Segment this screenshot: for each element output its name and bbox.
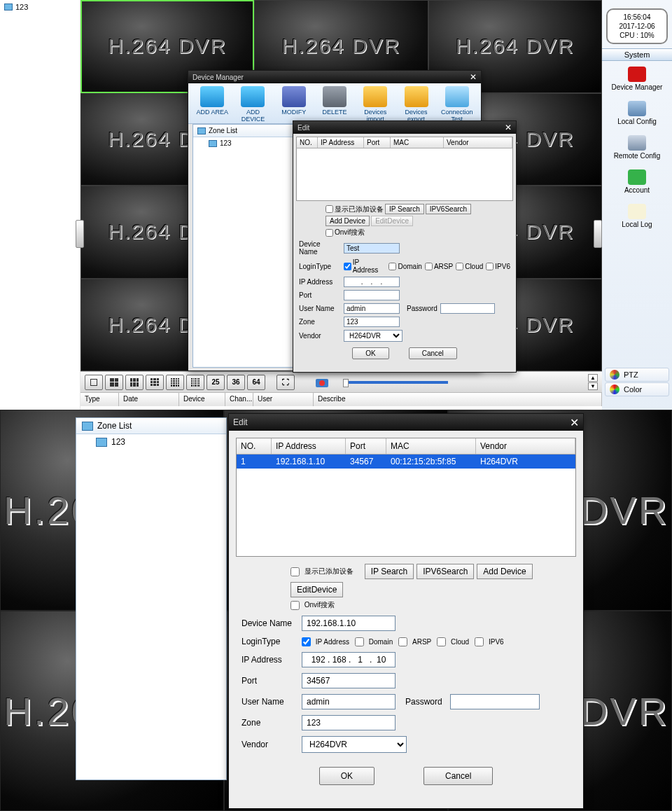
- toolbar-icon: [363, 86, 387, 107]
- sysbar-label: Account: [602, 186, 672, 194]
- sysbar-local-config[interactable]: Local Config: [602, 95, 672, 130]
- system-header: System: [602, 48, 672, 61]
- sysbar-remote-config[interactable]: Remote Config: [602, 130, 672, 164]
- password-input[interactable]: [440, 303, 495, 314]
- zone-input-2[interactable]: [302, 715, 396, 730]
- ip-search-button-2[interactable]: IP Search: [365, 564, 414, 579]
- folder-icon: [4, 4, 13, 11]
- vendor-select[interactable]: H264DVR: [344, 330, 402, 342]
- scroll-down[interactable]: ▼: [588, 382, 598, 390]
- user-input[interactable]: [344, 303, 400, 314]
- sysbar-account[interactable]: Account: [602, 164, 672, 198]
- devmgr-add-device[interactable]: ADD DEVICE: [234, 86, 271, 122]
- ltype-ip-2[interactable]: IP Address: [302, 637, 349, 646]
- ipv6-search-button-2[interactable]: IPV6Search: [416, 564, 474, 579]
- ip-input-2[interactable]: [302, 652, 396, 667]
- edit-window-small: Edit ✕ NO. IP Address Port MAC Vendor 显示…: [293, 120, 517, 373]
- devmgr-devices-export[interactable]: Devices export: [398, 86, 434, 122]
- onvif-check-2[interactable]: Onvif搜索: [290, 600, 335, 610]
- zone-item-2[interactable]: 123: [76, 434, 226, 450]
- ltype-cloud-2[interactable]: Cloud: [437, 637, 469, 646]
- layout-20[interactable]: [186, 375, 204, 390]
- ip-input[interactable]: [344, 277, 400, 287]
- edit2-device-list[interactable]: NO. IP Address Port MAC Vendor 1 192.168…: [236, 438, 576, 557]
- ltype-ipv6-2[interactable]: IPV6: [475, 637, 503, 646]
- watermark: H.264 DVR: [456, 34, 575, 58]
- devmgr-close-icon[interactable]: ✕: [470, 72, 477, 82]
- port-input-2[interactable]: [302, 673, 396, 688]
- ltype-cloud[interactable]: Cloud: [456, 263, 483, 270]
- right-expand-handle[interactable]: [594, 220, 602, 248]
- ltype-ip[interactable]: IP Address: [344, 258, 386, 274]
- devmgr-add-area[interactable]: ADD AREA: [194, 86, 230, 122]
- devmgr-modify[interactable]: MODIFY: [276, 86, 312, 122]
- sysbar-icon: [628, 101, 646, 116]
- ltype-domain[interactable]: Domain: [388, 263, 421, 270]
- layout-9[interactable]: [146, 375, 164, 390]
- add-device-button[interactable]: Add Device: [326, 216, 370, 226]
- sysbar-local-log[interactable]: Local Log: [602, 198, 672, 233]
- ipv6-search-button[interactable]: IPV6Search: [426, 204, 471, 214]
- toolbar-label: ADD DEVICE: [234, 109, 271, 123]
- password-input-2[interactable]: [450, 694, 540, 709]
- clock-box: 16:56:04 2017-12-06 CPU : 10%: [606, 8, 668, 44]
- folder-icon: [197, 127, 206, 134]
- edit2-titlebar[interactable]: Edit ✕: [229, 414, 583, 431]
- zoom-slider[interactable]: [343, 381, 448, 384]
- devmgr-toolbar: ADD AREAADD DEVICEMODIFYDELETEDevices im…: [188, 83, 481, 124]
- toolbar-icon: [445, 86, 469, 107]
- onvif-check[interactable]: Onvif搜索: [326, 228, 365, 237]
- snapshot-icon[interactable]: [312, 375, 332, 390]
- panel-label: Color: [624, 385, 642, 394]
- add-device-button-2[interactable]: Add Device: [477, 564, 532, 579]
- device-name-input[interactable]: [344, 243, 400, 254]
- devmgr-titlebar[interactable]: Device Manager ✕: [188, 71, 481, 83]
- ltype-ipv6[interactable]: IPV6: [486, 263, 510, 270]
- device-row-selected[interactable]: 1 192.168.1.10 34567 00:12:15:2b:5f:85 H…: [237, 455, 575, 469]
- left-expand-handle[interactable]: [76, 220, 84, 248]
- layout-6[interactable]: [125, 375, 144, 390]
- tree-item-label: 123: [15, 3, 28, 11]
- scroll-up[interactable]: ▲: [588, 374, 598, 382]
- layout-1[interactable]: [85, 375, 103, 390]
- cancel-button[interactable]: Cancel: [409, 347, 457, 359]
- devmgr-delete[interactable]: DELETE: [316, 86, 353, 122]
- ip-search-button[interactable]: IP Search: [385, 204, 424, 214]
- show-added-check[interactable]: 显示已添加设备: [326, 205, 384, 214]
- side-panel-ptz[interactable]: PTZ: [605, 368, 669, 382]
- device-name-input-2[interactable]: [302, 616, 396, 631]
- edit1-close-icon[interactable]: ✕: [505, 123, 512, 132]
- devmgr-devices-import[interactable]: Devices import: [357, 86, 393, 122]
- edit-device-button: EditDevice: [371, 216, 413, 226]
- vendor-select-2[interactable]: H264DVR: [302, 736, 407, 753]
- layout-36[interactable]: 36: [227, 375, 245, 390]
- tree-item[interactable]: 123: [0, 0, 80, 14]
- ltype-domain-2[interactable]: Domain: [355, 637, 393, 646]
- panel-icon: [610, 370, 620, 380]
- layout-64[interactable]: 64: [247, 375, 265, 390]
- layout-16[interactable]: [166, 375, 184, 390]
- ok-button-2[interactable]: OK: [319, 767, 374, 785]
- show-added-check-2[interactable]: 显示已添加设备: [290, 567, 354, 576]
- zone-input[interactable]: [344, 317, 400, 327]
- layout-4[interactable]: [105, 375, 123, 390]
- ok-button[interactable]: OK: [352, 347, 388, 359]
- edit-device-button-2[interactable]: EditDevice: [290, 582, 343, 597]
- fullscreen-button[interactable]: ⛶: [276, 375, 295, 390]
- edit1-titlebar[interactable]: Edit ✕: [293, 121, 516, 134]
- devmgr-connection-test[interactable]: Connection Test: [439, 86, 475, 122]
- ltype-arsp-2[interactable]: ARSP: [398, 637, 431, 646]
- svg-point-1: [319, 380, 325, 386]
- watermark: H.264 DVR: [108, 34, 227, 58]
- sysbar-device-manager[interactable]: Device Manager: [602, 61, 672, 95]
- cancel-button-2[interactable]: Cancel: [424, 767, 493, 785]
- ltype-arsp[interactable]: ARSP: [425, 263, 453, 270]
- port-input[interactable]: [344, 290, 400, 300]
- edit1-device-list[interactable]: NO. IP Address Port MAC Vendor: [296, 137, 513, 201]
- user-input-2[interactable]: [302, 694, 396, 709]
- layout-25[interactable]: 25: [206, 375, 225, 390]
- edit2-close-icon[interactable]: ✕: [570, 416, 579, 429]
- side-panel-color[interactable]: Color: [605, 382, 669, 396]
- toolbar-icon: [282, 86, 306, 107]
- clock-time: 16:56:04: [609, 13, 665, 22]
